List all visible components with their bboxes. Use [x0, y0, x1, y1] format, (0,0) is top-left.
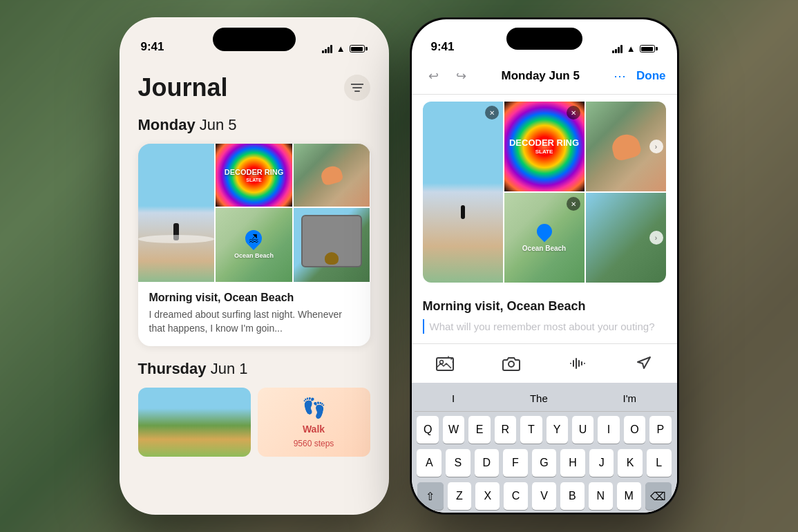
battery-tip-right [656, 47, 658, 50]
filter-icon [351, 83, 363, 93]
entry-area: Morning visit, Ocean Beach What will you… [412, 289, 677, 343]
done-button[interactable]: Done [636, 69, 666, 83]
card1-text-area: Morning visit, Ocean Beach I dreamed abo… [138, 282, 370, 346]
walk-card: 👣 Walk 9560 steps [258, 388, 370, 457]
key-K[interactable]: K [618, 449, 643, 477]
key-W[interactable]: W [443, 416, 464, 444]
rbar2 [615, 49, 617, 53]
phones-container: 9:41 ▲ [0, 0, 798, 532]
key-J[interactable]: J [589, 449, 614, 477]
key-G[interactable]: G [532, 449, 557, 477]
right-decoder-title: DECODER RING [509, 138, 579, 148]
key-shift[interactable]: ⇧ [417, 482, 444, 510]
entry-prompt[interactable]: What will you remember most about your o… [423, 319, 666, 334]
key-P[interactable]: P [649, 416, 671, 444]
key-C[interactable]: C [504, 482, 528, 510]
key-X[interactable]: X [475, 482, 500, 510]
shell-photo-bg [294, 144, 370, 207]
section2-date-plain: Jun 1 [207, 360, 248, 377]
keyboard-area: I The I'm Q W E R T Y U I [412, 383, 677, 513]
journal-header: Journal [138, 73, 370, 102]
key-O[interactable]: O [624, 416, 645, 444]
suggestion-3[interactable]: I'm [616, 391, 644, 406]
more-button[interactable]: ⋯ [609, 65, 631, 87]
dynamic-island-right [506, 28, 582, 50]
key-L[interactable]: L [647, 449, 672, 477]
journal-card-1[interactable]: DECODER RING SLATE [138, 144, 370, 346]
key-N[interactable]: N [589, 482, 613, 510]
key-B[interactable]: B [560, 482, 585, 510]
right-map-pin [533, 220, 555, 242]
key-M[interactable]: M [617, 482, 641, 510]
right-map-pin-container [537, 224, 552, 242]
keyboard-row-2: A S D F G H J K L [417, 449, 672, 477]
key-Y[interactable]: Y [547, 416, 568, 444]
beach-waves [138, 235, 215, 243]
dog-car-photo [294, 208, 370, 283]
decoder-ring-bg: DECODER RING SLATE [216, 144, 292, 207]
dog-head [325, 252, 339, 265]
map-pin-container: 🏖 [245, 230, 262, 249]
key-V[interactable]: V [532, 482, 556, 510]
section1-date-bold: Monday [138, 116, 196, 133]
beach-close-btn[interactable]: ✕ [485, 106, 499, 120]
nature-photo [138, 388, 251, 457]
suggestion-1[interactable]: I [445, 391, 462, 406]
key-A[interactable]: A [417, 449, 441, 477]
card1-title: Morning visit, Ocean Beach [149, 292, 359, 304]
key-U[interactable]: U [572, 416, 593, 444]
suggestion-2[interactable]: The [523, 391, 555, 406]
key-H[interactable]: H [560, 449, 585, 477]
rbar3 [618, 47, 620, 53]
key-D[interactable]: D [475, 449, 500, 477]
bar2 [325, 49, 327, 53]
journal-content: Journal Monday Jun 5 [122, 59, 387, 513]
shell-nav-arrow[interactable]: › [649, 140, 663, 153]
word-suggestions-bar: I The I'm [415, 388, 674, 412]
decoder-close-btn[interactable]: ✕ [567, 106, 580, 120]
photos-button[interactable] [433, 351, 457, 376]
voice-button[interactable] [565, 351, 590, 376]
ocean-beach-map: 🏖 Ocean Beach [216, 208, 292, 283]
key-I[interactable]: I [598, 416, 619, 444]
keyboard-row-1: Q W E R T Y U I O P [417, 416, 672, 444]
key-R[interactable]: R [495, 416, 516, 444]
status-icons-right: ▲ [612, 44, 658, 54]
shell-shape [319, 164, 343, 186]
dynamic-island-left [213, 28, 296, 51]
right-photos-grid: ✕ DECODER RING SLATE ✕ [423, 102, 666, 283]
key-F[interactable]: F [503, 449, 528, 477]
keyboard-rows: Q W E R T Y U I O P A [415, 416, 674, 510]
key-Z[interactable]: Z [448, 482, 472, 510]
location-button[interactable] [631, 351, 656, 376]
right-ocean-beach: Ocean Beach ✕ [504, 193, 585, 283]
rbar1 [612, 50, 614, 53]
key-Q[interactable]: Q [417, 416, 438, 444]
status-time-left: 9:41 [141, 40, 164, 54]
right-dog-photo: › [586, 193, 666, 283]
bar1 [322, 50, 324, 53]
camera-button[interactable] [499, 351, 524, 376]
key-E[interactable]: E [468, 416, 490, 444]
voice-icon [569, 356, 587, 371]
ocean-close-btn[interactable]: ✕ [567, 197, 580, 211]
photo-grid-1: DECODER RING SLATE [138, 144, 370, 282]
decoder-ring-title: DECODER RING [225, 168, 284, 176]
right-content: ↩ ↪ Monday Jun 5 ⋯ Done ✕ [412, 59, 677, 513]
right-shell-photo: › [586, 102, 666, 191]
redo-button[interactable]: ↪ [450, 65, 473, 87]
key-T[interactable]: T [520, 416, 542, 444]
undo-button[interactable]: ↩ [423, 65, 445, 87]
status-time-right: 9:41 [431, 40, 455, 54]
ocean-beach-map-bg: 🏖 Ocean Beach [216, 208, 292, 283]
rbar4 [620, 45, 623, 53]
key-S[interactable]: S [446, 449, 471, 477]
bottom-toolbar [412, 343, 677, 383]
wifi-icon-left: ▲ [336, 44, 345, 54]
camera-icon [502, 356, 520, 371]
right-beach-person [461, 205, 465, 219]
journal-filter-button[interactable] [344, 75, 370, 101]
shell-photo [294, 144, 370, 207]
key-backspace[interactable]: ⌫ [645, 482, 672, 510]
dog-nav-arrow[interactable]: › [649, 231, 663, 245]
